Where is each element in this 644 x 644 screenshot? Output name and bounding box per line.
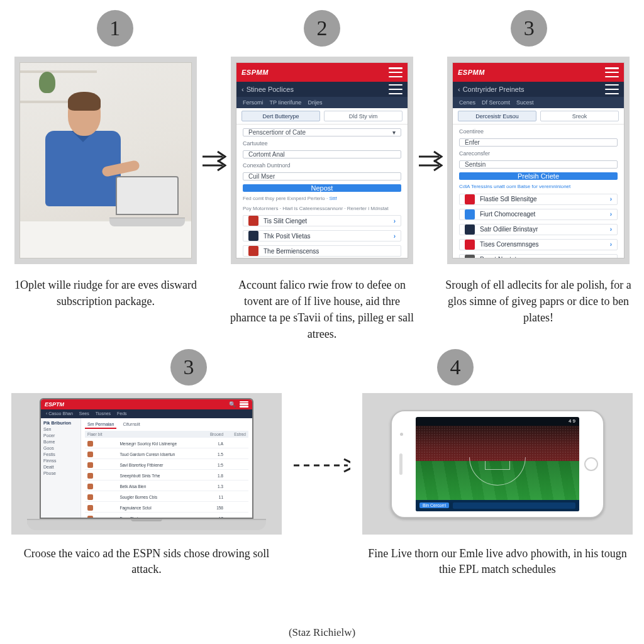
back-button[interactable]: ‹ Stinee Poclices: [242, 86, 294, 93]
list-icon[interactable]: [605, 84, 619, 94]
tab[interactable]: Dld Sty vim: [324, 111, 402, 121]
brand-logo: ESPTM: [45, 401, 64, 408]
submit-button[interactable]: Nepost: [243, 184, 401, 192]
main-content: Sm Permalan Cifurnsiit Flaer bit BrooedE…: [81, 418, 252, 518]
nav-item[interactable]: Feds: [117, 411, 127, 416]
subnav-item[interactable]: Drijes: [308, 99, 322, 106]
list-item[interactable]: Satr Odilier Brinstayr ›: [459, 224, 618, 235]
tab-active[interactable]: Dercesistr Eusou: [458, 111, 536, 121]
hamburger-icon[interactable]: [605, 67, 619, 77]
list-item[interactable]: The Bermienscenss: [243, 245, 401, 257]
video-lower-bar: Bin Cercorri: [416, 500, 579, 511]
table-row[interactable]: Mersegrr Sooricy Kld ListnengeLA: [85, 440, 248, 448]
list-item-label: Flastie Sdl Blensitge: [480, 196, 537, 203]
bottom-badges: 3 4: [11, 349, 633, 386]
thumbnail-icon: [248, 231, 258, 241]
list-item[interactable]: Fiurt Chomocreaget ›: [459, 209, 618, 220]
subnav-item[interactable]: Df Sercomt: [482, 99, 510, 106]
table-row[interactable]: Fagnuiance Sctol158: [85, 504, 248, 513]
subnav-item[interactable]: Cenes: [459, 99, 475, 106]
phone-screen[interactable]: 4 9 Bin Cercorri: [416, 417, 579, 511]
thumbnail-icon: [465, 194, 475, 204]
nav-item[interactable]: Tiosnes: [96, 411, 111, 416]
text-input[interactable]: Cortomt Anal: [243, 150, 401, 158]
nav-bar: ‹ Contryrider Preinets: [453, 82, 624, 97]
tab-active[interactable]: Dert Butterype: [242, 111, 320, 121]
tab[interactable]: Sreok: [540, 111, 619, 121]
link[interactable]: Sttf: [329, 196, 336, 201]
text-input[interactable]: Sentsin: [459, 160, 618, 169]
step-badge-3: 3: [511, 10, 547, 47]
nav-bar: ‹ Stinee Poclices: [236, 82, 408, 97]
list-item[interactable]: Thk Posit Vlietas ›: [243, 230, 401, 242]
bottom-row: 3 4 ESPTM 🔍 ‹ Casoo: [11, 349, 633, 577]
table-row[interactable]: Betk Aisa Bien1.3: [85, 482, 248, 491]
submit-button[interactable]: Prelsih Criete: [459, 172, 618, 180]
step-3-frame: ESPMM ‹ Contryrider Preinets Cenes Df Se…: [447, 57, 630, 264]
sidebar-item[interactable]: Sen: [43, 427, 78, 431]
text-input[interactable]: Enfer: [459, 138, 618, 147]
chevron-right-icon: ›: [610, 226, 612, 233]
thumbnail-icon: [465, 209, 475, 219]
tab[interactable]: Cifurnsiit: [120, 421, 142, 429]
mobile-screen-b: ESPMM ‹ Contryrider Preinets Cenes Df Se…: [452, 62, 625, 258]
sidebar-item[interactable]: Deatt: [43, 465, 78, 469]
subnav-item[interactable]: Sucest: [516, 99, 534, 106]
list-item[interactable]: Pannt Nantut: [459, 254, 618, 258]
table-row[interactable]: Sneephbott Sinis Trhe1.8: [85, 472, 248, 480]
list-item-label: Tis Silit Cienget: [264, 218, 307, 225]
subnav-item[interactable]: Fersomi: [243, 99, 264, 106]
input-value: Enfer: [465, 139, 480, 146]
subnav-item[interactable]: TP Iinerifune: [270, 99, 302, 106]
step-badge-3b: 3: [170, 349, 207, 386]
arrow-right-icon: [201, 148, 226, 173]
home-button[interactable]: [584, 457, 598, 471]
list-item[interactable]: Tis Silit Cienget ›: [243, 215, 401, 226]
table-row[interactable]: Fose Sketswnrs13: [85, 514, 248, 519]
thumbnail-icon: [465, 255, 475, 258]
input-value: Cortomt Anal: [248, 151, 285, 158]
tab-bar: Dercesistr Eusou Sreok: [453, 108, 624, 125]
browser-screen: ESPTM 🔍 ‹ Casoo Bhan Sees Tiosnes Feds: [40, 398, 253, 519]
search-icon[interactable]: 🔍: [229, 401, 236, 408]
text-input[interactable]: Cuil Mser: [243, 172, 401, 180]
phone-speaker: [399, 453, 402, 475]
sidebar-item[interactable]: Finnss: [43, 458, 78, 463]
step-2-caption: Account falico rwie frow to defee on tov…: [228, 277, 416, 342]
player-pill[interactable]: Bin Cercorri: [419, 502, 449, 508]
sidebar-item[interactable]: Pocer: [43, 433, 78, 438]
list-item-label: Fiurt Chomocreaget: [480, 211, 535, 218]
list-icon[interactable]: [389, 84, 402, 94]
sidebar-item[interactable]: Pbose: [43, 471, 78, 475]
hamburger-icon[interactable]: [240, 401, 248, 408]
person-figure: [39, 94, 121, 214]
step-1-caption: 1Oplet wille riudge for are eves disward…: [11, 277, 200, 309]
arrow-3-4: [294, 393, 350, 538]
list-item-label: Thk Posit Vlietas: [264, 233, 310, 240]
list-item[interactable]: Tises Corensmnsges ›: [459, 239, 618, 250]
tab-active[interactable]: Sm Permalan: [85, 421, 116, 429]
fine-print: Poy Motornners · Hiarl is Cateemesscanno…: [243, 206, 401, 212]
list-item[interactable]: Flastie Sdl Blensitge ›: [459, 194, 618, 205]
phone-device: 4 9 Bin Cercorri: [391, 410, 604, 518]
sidebar-item[interactable]: Bome: [43, 440, 78, 444]
step-3-caption: Srough of ell adlecits for ale polish, f…: [444, 277, 633, 326]
sidebar-item[interactable]: Goos: [43, 446, 78, 450]
table-row[interactable]: Savl Bisrertioy Fttbiener1:5: [85, 461, 248, 470]
back-button[interactable]: ‹ Contryrider Preinets: [458, 86, 525, 93]
step-badge-1: 1: [97, 10, 133, 47]
nav-item[interactable]: Sees: [79, 411, 89, 416]
page-title: Stinee Poclices: [247, 86, 294, 93]
dropdown-field[interactable]: Penscertionr of Cate ▾: [243, 128, 401, 136]
sidebar-item[interactable]: Festis: [43, 452, 78, 457]
table-row[interactable]: Sougler Bornes Cbis11: [85, 493, 248, 502]
nav-back[interactable]: ‹ Casoo Bhan: [46, 411, 73, 416]
chevron-down-icon: ▾: [392, 129, 396, 136]
fine-link[interactable]: CdlA Teressins unatt oom Batse for verem…: [459, 184, 618, 190]
step-2-frame: ESPMM ‹ Stinee Poclices Fersomi TP Iiner…: [231, 57, 413, 264]
hamburger-icon[interactable]: [389, 67, 402, 77]
table-row[interactable]: Toud Gardorn Coresn Idsertun1.5: [85, 450, 248, 459]
status-text: 4 9: [569, 418, 575, 424]
list-item-label: The Bermienscenss: [264, 248, 319, 255]
dropdown-value: Penscertionr of Cate: [248, 129, 306, 136]
